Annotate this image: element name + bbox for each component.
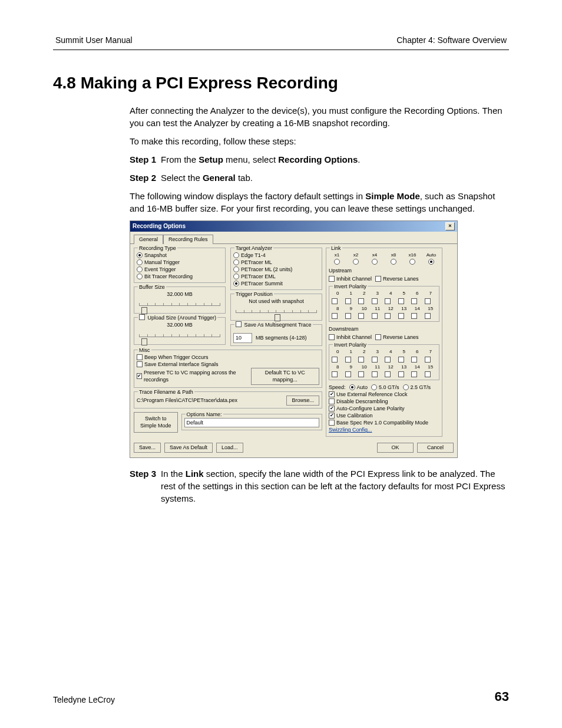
up-pol-7[interactable] [425, 298, 431, 304]
group-upload-size: Upload Size (Around Trigger) 32.000 MB [134, 317, 226, 345]
swizzling-link[interactable]: Swizzling Config... [329, 427, 372, 433]
check-auto-config-polarity[interactable]: Auto-Configure Lane Polarity [329, 405, 439, 412]
options-name-label: Options Name: [186, 411, 223, 419]
check-preserve-tc-vc[interactable]: Preserve TC to VC mapping across the rec… [137, 369, 247, 383]
radio-snapshot[interactable]: Snapshot [137, 252, 223, 259]
radio-petracer-ml-2[interactable]: PETracer ML (2 units) [233, 266, 319, 273]
dn-pol-0[interactable] [332, 357, 338, 363]
radio-speed-25[interactable]: 2.5 GT/s [403, 384, 431, 391]
radio-event-trigger[interactable]: Event Trigger [137, 266, 223, 273]
group-trigger-position: Trigger Position Not used with snapshot [230, 294, 322, 321]
trigger-position-note: Not used with snapshot [233, 298, 319, 305]
upload-size-slider[interactable] [137, 330, 223, 341]
upstream-label: Upstream [329, 267, 439, 275]
up-pol-0[interactable] [332, 298, 338, 304]
dn-pol-13[interactable] [398, 371, 404, 377]
group-target-analyzer: Target Analyzer Edge T1-4 PETracer ML PE… [230, 248, 322, 290]
step1-label: Step 1 [130, 153, 156, 166]
load-button[interactable]: Load... [216, 443, 243, 453]
group-link: Link x1x2x4x8x16Auto Upstream Inhibit Ch… [326, 248, 442, 437]
intro-para-1: After connecting the Analyzer to the dev… [130, 104, 509, 129]
step2-text: Select the General tab. [161, 172, 509, 184]
check-up-inhibit[interactable]: Inhibit Channel [329, 275, 372, 282]
step1-text: From the Setup menu, select Recording Op… [161, 153, 509, 166]
dn-pol-5[interactable] [398, 357, 404, 363]
step3-text: In the Link section, specify the lane wi… [161, 467, 509, 505]
multisegment-suffix: MB segments (4-128) [256, 334, 307, 342]
check-use-calibration[interactable]: Use Calibration [329, 412, 439, 419]
switch-mode-button[interactable]: Switch to Simple Mode [134, 412, 178, 433]
radio-petracer-eml[interactable]: PETracer EML [233, 273, 319, 280]
up-pol-4[interactable] [385, 298, 391, 304]
up-pol-1[interactable] [345, 298, 351, 304]
dn-pol-15[interactable] [425, 371, 431, 377]
radio-petracer-ml[interactable]: PETracer ML [233, 259, 319, 266]
radio-x4[interactable] [372, 259, 378, 265]
multisegment-checkbox[interactable] [236, 321, 242, 327]
upload-size-checkbox[interactable] [139, 314, 145, 320]
multisegment-value[interactable]: 10 [233, 333, 252, 343]
check-base-spec-compat[interactable]: Base Spec Rev 1.0 Compatibility Mode [329, 419, 439, 426]
check-beep[interactable]: Beep When Trigger Occurs [137, 354, 319, 361]
radio-speed-auto[interactable]: Auto [349, 384, 368, 391]
radio-speed-5[interactable]: 5.0 GT/s [371, 384, 399, 391]
cancel-button[interactable]: Cancel [417, 443, 454, 453]
check-save-ext[interactable]: Save External Interface Signals [137, 361, 319, 368]
tab-recording-rules[interactable]: Recording Rules [163, 235, 213, 244]
section-title: 4.8 Making a PCI Express Recording [53, 74, 509, 93]
radio-edge-t14[interactable]: Edge T1-4 [233, 252, 319, 259]
group-recording-type: Recording Type Snapshot Manual Trigger E… [134, 248, 226, 283]
buffer-size-slider[interactable] [137, 299, 223, 309]
radio-manual-trigger[interactable]: Manual Trigger [137, 259, 223, 266]
dn-pol-11[interactable] [372, 371, 378, 377]
dn-pol-2[interactable] [358, 357, 364, 363]
radio-bit-tracer[interactable]: Bit Tracer Recording [137, 273, 223, 280]
up-pol-3[interactable] [372, 298, 378, 304]
browse-button[interactable]: Browse... [286, 396, 319, 406]
options-name-field[interactable]: Default [184, 418, 319, 428]
dn-pol-14[interactable] [411, 371, 417, 377]
dn-pol-1[interactable] [345, 357, 351, 363]
check-disable-descrambling[interactable]: Disable Descrambling [329, 398, 439, 405]
up-pol-12[interactable] [385, 313, 391, 319]
tab-general[interactable]: General [134, 235, 163, 244]
check-dn-inhibit[interactable]: Inhibit Channel [329, 334, 372, 341]
default-tc-vc-button[interactable]: Default TC to VC mapping... [251, 368, 320, 385]
up-pol-15[interactable] [425, 313, 431, 319]
dialog-title: Recording Options [133, 222, 186, 230]
save-default-button[interactable]: Save As Default [164, 443, 213, 453]
save-button[interactable]: Save... [134, 443, 161, 453]
radio-x16[interactable] [409, 259, 415, 265]
dn-pol-9[interactable] [345, 371, 351, 377]
up-pol-6[interactable] [411, 298, 417, 304]
radio-x8[interactable] [391, 259, 396, 265]
trigger-position-slider[interactable] [233, 306, 319, 317]
radio-x2[interactable] [353, 259, 359, 265]
up-pol-11[interactable] [372, 313, 378, 319]
radio-auto-width[interactable] [428, 259, 434, 265]
dn-pol-4[interactable] [385, 357, 391, 363]
step3-label: Step 3 [130, 467, 156, 505]
dn-pol-3[interactable] [372, 357, 378, 363]
dn-pol-8[interactable] [332, 371, 338, 377]
dn-pol-7[interactable] [425, 357, 431, 363]
check-ext-clock[interactable]: Use External Reference Clock [329, 391, 439, 398]
up-pol-8[interactable] [332, 313, 338, 319]
radio-x1[interactable] [334, 259, 340, 265]
radio-petracer-summit[interactable]: PETracer Summit [233, 280, 319, 287]
up-pol-13[interactable] [398, 313, 404, 319]
ok-button[interactable]: OK [377, 443, 414, 453]
up-pol-2[interactable] [358, 298, 364, 304]
up-pol-5[interactable] [398, 298, 404, 304]
header-right: Chapter 4: Software Overview [396, 35, 507, 45]
trace-path: C:\Program Files\CATC\PETracer\data.pex [137, 397, 283, 404]
dn-pol-12[interactable] [385, 371, 391, 377]
check-dn-reverse[interactable]: Reverse Lanes [375, 334, 419, 341]
dn-pol-10[interactable] [358, 371, 364, 377]
check-up-reverse[interactable]: Reverse Lanes [375, 275, 419, 282]
dn-pol-6[interactable] [411, 357, 417, 363]
close-icon[interactable]: × [445, 222, 455, 230]
up-pol-14[interactable] [411, 313, 417, 319]
up-pol-10[interactable] [358, 313, 364, 319]
up-pol-9[interactable] [345, 313, 351, 319]
